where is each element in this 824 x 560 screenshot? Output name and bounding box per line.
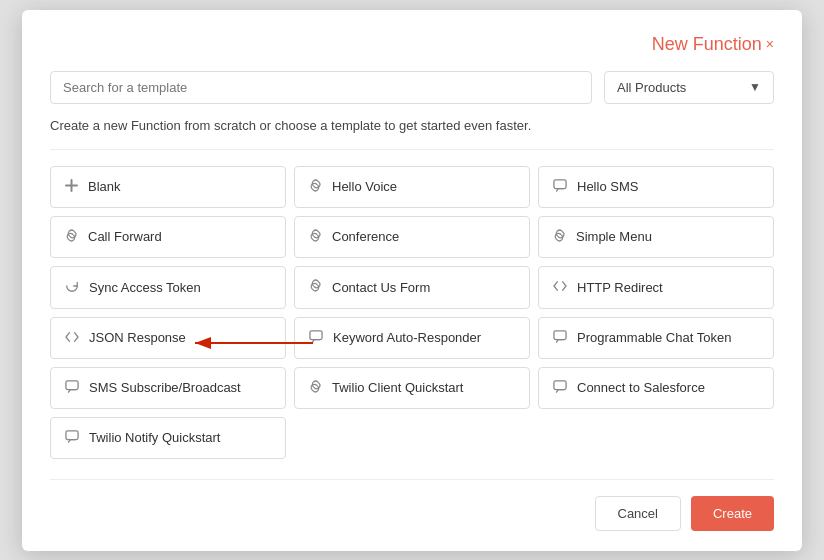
template-card-conference[interactable]: Conference (294, 216, 530, 258)
card-label-keyword-auto-responder: Keyword Auto-Responder (333, 330, 481, 345)
card-label-conference: Conference (332, 229, 399, 244)
cancel-button[interactable]: Cancel (595, 496, 681, 531)
sync-icon (65, 279, 79, 296)
chevron-down-icon: ▼ (749, 80, 761, 94)
template-card-twilio-client[interactable]: Twilio Client Quickstart (294, 367, 530, 409)
plus-icon (65, 179, 78, 195)
template-card-connect-salesforce[interactable]: Connect to Salesforce (538, 367, 774, 409)
card-label-call-forward: Call Forward (88, 229, 162, 244)
template-card-call-forward[interactable]: Call Forward (50, 216, 286, 258)
template-card-keyword-auto-responder[interactable]: Keyword Auto-Responder (294, 317, 530, 359)
search-row: All Products ▼ (50, 71, 774, 104)
divider (50, 149, 774, 150)
template-card-hello-voice[interactable]: Hello Voice (294, 166, 530, 208)
code-icon (553, 279, 567, 295)
link-icon (309, 380, 322, 396)
card-label-blank: Blank (88, 179, 121, 194)
chat-icon (309, 330, 323, 346)
svg-rect-4 (554, 330, 566, 339)
chat-icon (553, 179, 567, 195)
new-function-modal: New Function × All Products ▼ Create a n… (22, 10, 802, 551)
chat-icon (65, 380, 79, 396)
link-icon (309, 279, 322, 295)
card-label-sms-subscribe: SMS Subscribe/Broadcast (89, 380, 241, 395)
template-card-json-response[interactable]: JSON Response (50, 317, 286, 359)
card-label-json-response: JSON Response (89, 330, 186, 345)
svg-rect-7 (66, 430, 78, 439)
svg-rect-2 (554, 179, 566, 188)
link-icon (309, 179, 322, 195)
create-button[interactable]: Create (691, 496, 774, 531)
link-icon (553, 229, 566, 245)
modal-title-text: New Function (652, 34, 762, 55)
template-card-programmable-chat-token[interactable]: Programmable Chat Token (538, 317, 774, 359)
close-button[interactable]: × (766, 36, 774, 52)
template-card-sync-access-token[interactable]: Sync Access Token (50, 266, 286, 309)
template-card-blank[interactable]: Blank (50, 166, 286, 208)
subtitle-text: Create a new Function from scratch or ch… (50, 118, 774, 133)
card-label-twilio-notify: Twilio Notify Quickstart (89, 430, 220, 445)
template-card-contact-us-form[interactable]: Contact Us Form (294, 266, 530, 309)
template-grid: BlankHello VoiceHello SMSCall ForwardCon… (50, 166, 774, 459)
svg-rect-6 (554, 380, 566, 389)
chat-icon (553, 380, 567, 396)
link-icon (309, 229, 322, 245)
template-card-hello-sms[interactable]: Hello SMS (538, 166, 774, 208)
card-label-contact-us-form: Contact Us Form (332, 280, 430, 295)
products-dropdown[interactable]: All Products ▼ (604, 71, 774, 104)
modal-footer: Cancel Create (50, 479, 774, 531)
card-label-connect-salesforce: Connect to Salesforce (577, 380, 705, 395)
dropdown-label: All Products (617, 80, 686, 95)
card-label-simple-menu: Simple Menu (576, 229, 652, 244)
card-label-twilio-client: Twilio Client Quickstart (332, 380, 463, 395)
template-card-twilio-notify[interactable]: Twilio Notify Quickstart (50, 417, 286, 459)
card-label-programmable-chat-token: Programmable Chat Token (577, 330, 731, 345)
card-label-sync-access-token: Sync Access Token (89, 280, 201, 295)
template-card-http-redirect[interactable]: HTTP Redirect (538, 266, 774, 309)
template-card-sms-subscribe[interactable]: SMS Subscribe/Broadcast (50, 367, 286, 409)
card-label-hello-voice: Hello Voice (332, 179, 397, 194)
template-card-simple-menu[interactable]: Simple Menu (538, 216, 774, 258)
chat-icon (65, 430, 79, 446)
svg-rect-3 (310, 330, 322, 339)
modal-header: New Function × (50, 34, 774, 55)
chat-icon (553, 330, 567, 346)
modal-title: New Function × (652, 34, 774, 55)
svg-rect-5 (66, 380, 78, 389)
code-icon (65, 330, 79, 346)
search-input[interactable] (50, 71, 592, 104)
card-label-hello-sms: Hello SMS (577, 179, 638, 194)
card-label-http-redirect: HTTP Redirect (577, 280, 663, 295)
link-icon (65, 229, 78, 245)
